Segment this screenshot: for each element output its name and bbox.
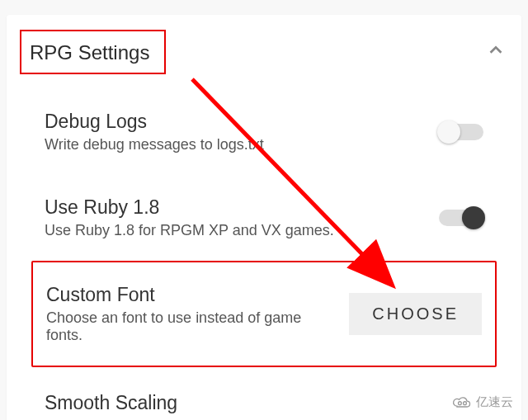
watermark: 亿速云 (445, 391, 520, 413)
setting-desc: Choose an font to use instead of game fo… (46, 309, 336, 344)
setting-title: Custom Font (46, 284, 336, 306)
header-highlight-box: RPG Settings (20, 30, 166, 74)
setting-text: Debug Logs Write debug messages to logs.… (45, 111, 426, 153)
toggle-knob (462, 206, 485, 229)
watermark-text: 亿速云 (476, 394, 513, 410)
svg-point-3 (464, 401, 467, 404)
setting-debug-logs: Debug Logs Write debug messages to logs.… (31, 89, 497, 175)
setting-desc: Use Ruby 1.8 for RPGM XP and VX games. (45, 222, 426, 239)
setting-smooth-scaling: Smooth Scaling (31, 367, 497, 420)
setting-text: Custom Font Choose an font to use instea… (46, 284, 336, 344)
cloud-icon (451, 396, 473, 409)
toggle-knob (437, 120, 460, 144)
setting-title: Smooth Scaling (45, 392, 483, 414)
setting-text: Use Ruby 1.8 Use Ruby 1.8 for RPGM XP an… (45, 196, 426, 239)
setting-title: Debug Logs (45, 111, 426, 133)
debug-logs-toggle[interactable] (439, 124, 483, 140)
setting-text: Smooth Scaling (45, 392, 483, 418)
section-header[interactable]: RPG Settings (7, 15, 521, 89)
use-ruby-toggle[interactable] (439, 210, 483, 226)
setting-title: Use Ruby 1.8 (45, 196, 426, 219)
choose-font-button[interactable]: CHOOSE (349, 293, 482, 335)
setting-custom-font: Custom Font Choose an font to use instea… (31, 261, 497, 367)
svg-point-2 (458, 401, 461, 404)
setting-desc: Write debug messages to logs.txt (45, 136, 426, 153)
setting-use-ruby: Use Ruby 1.8 Use Ruby 1.8 for RPGM XP an… (31, 175, 497, 261)
settings-panel: RPG Settings Debug Logs Write debug mess… (7, 15, 521, 420)
section-title: RPG Settings (30, 41, 149, 64)
collapse-chevron-icon[interactable] (487, 41, 505, 63)
settings-items: Debug Logs Write debug messages to logs.… (7, 89, 521, 420)
